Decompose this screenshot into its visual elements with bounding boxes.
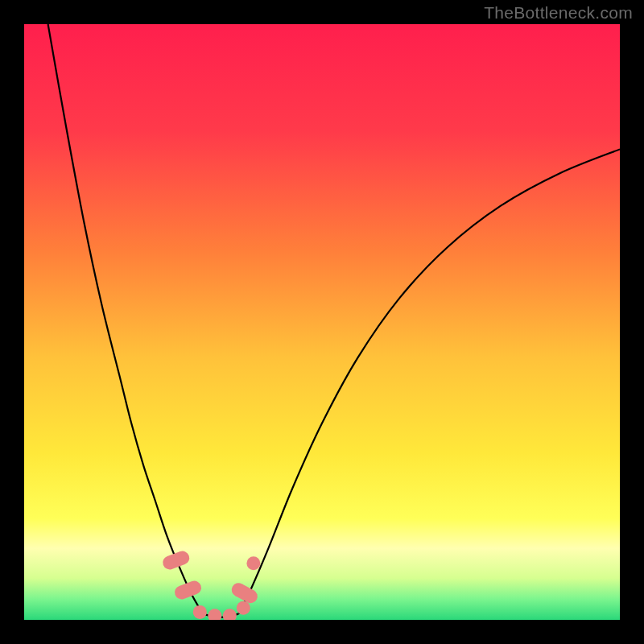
marker-pill [161, 549, 192, 572]
watermark-label: TheBottleneck.com [484, 3, 633, 23]
marker-pill [173, 579, 204, 601]
marker-dot [193, 605, 207, 619]
chart-frame: TheBottleneck.com [0, 0, 644, 644]
curve-right-branch [238, 149, 620, 613]
marker-dot [246, 556, 260, 570]
curve-left-branch [48, 24, 203, 614]
chart-curves [24, 24, 620, 620]
marker-dot [208, 609, 221, 620]
marker-dot [237, 601, 250, 615]
plot-area [24, 24, 620, 620]
marker-dot [223, 609, 237, 620]
trough-markers [161, 549, 261, 620]
